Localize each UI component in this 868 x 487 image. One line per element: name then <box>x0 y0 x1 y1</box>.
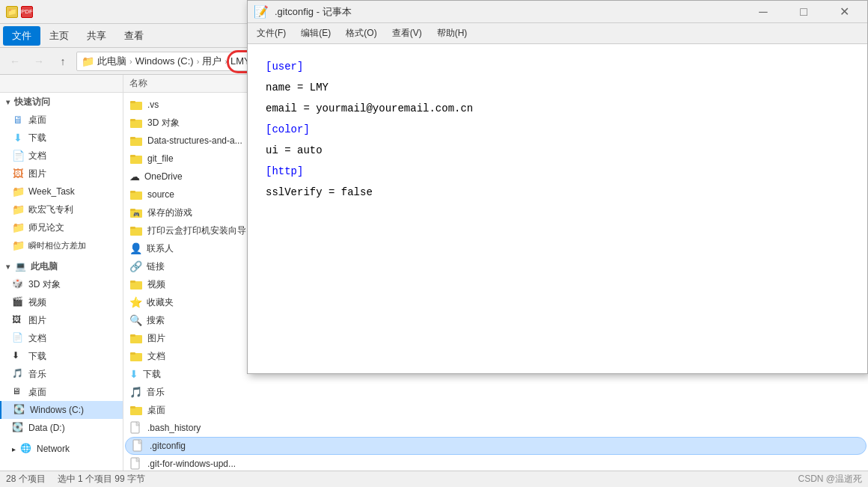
sidebar-item-desktop[interactable]: 🖥 桌面 <box>0 111 123 129</box>
list-item[interactable]: 桌面 <box>123 401 868 419</box>
sidebar-item-variance[interactable]: 📁 瞬时相位方差加 <box>0 236 123 254</box>
folder-icon <box>129 278 143 291</box>
sidebar: ▾ 快速访问 🖥 桌面 ⬇ 下载 📄 文档 🖼 图片 📁 Week_Task 📁… <box>0 93 123 471</box>
sidebar-item-weektask[interactable]: 📁 Week_Task <box>0 183 123 200</box>
notepad-close[interactable]: ✕ <box>827 0 861 24</box>
desktop-icon: 🖥 <box>12 114 24 126</box>
notepad-content-area: [user] name = LMY email = yourmail@youre… <box>248 44 867 373</box>
svg-rect-18 <box>130 334 135 337</box>
download-folder-icon: ⬇ <box>129 368 138 380</box>
svg-rect-16 <box>130 281 135 283</box>
sidebar-item-docs2[interactable]: 📄 文档 <box>0 329 123 347</box>
sidebar-quickaccess-header: ▾ 快速访问 <box>0 93 123 111</box>
notepad-ui-line: ui = auto <box>266 140 849 161</box>
folder-icon <box>129 224 143 237</box>
notepad-menu-help[interactable]: 帮助(H) <box>431 25 474 42</box>
notepad-menu-edit[interactable]: 编辑(E) <box>295 25 337 42</box>
folder-icon <box>129 188 143 201</box>
notepad-window-title: .gitconfig - 记事本 <box>275 5 740 19</box>
sidebar-item-music[interactable]: 🎵 音乐 <box>0 365 123 383</box>
notepad-menu-format[interactable]: 格式(O) <box>340 25 382 42</box>
notepad-color-section: [color] <box>266 119 849 140</box>
status-selected: 选中 1 个项目 99 字节 <box>58 473 145 486</box>
sidebar-item-download[interactable]: ⬇ 下载 <box>0 129 123 147</box>
menu-file[interactable]: 文件 <box>3 26 40 46</box>
sidebar-item-patent[interactable]: 📁 欧宏飞专利 <box>0 200 123 218</box>
documents-icon: 📄 <box>12 150 24 162</box>
svg-rect-9 <box>130 191 135 193</box>
sidebar-item-videos[interactable]: 🎬 视频 <box>0 293 123 311</box>
svg-rect-20 <box>130 352 135 355</box>
notepad-name-line: name = LMY <box>266 77 849 98</box>
sidebar-item-3dobjects[interactable]: 🎲 3D 对象 <box>0 275 123 293</box>
onedrive-icon: ☁ <box>129 171 140 183</box>
sidebar-item-pictures[interactable]: 🖼 图片 <box>0 165 123 183</box>
folder-icon4: 📁 <box>12 239 24 251</box>
col-header-name: 名称 <box>123 77 236 90</box>
menu-view[interactable]: 查看 <box>115 26 153 46</box>
up-button[interactable]: ↑ <box>52 51 73 72</box>
notepad-ssl-line: sslVerify = false <box>266 182 849 203</box>
section-http-label: [http] <box>266 165 303 177</box>
notepad-minimize[interactable]: ─ <box>746 0 780 24</box>
list-item[interactable]: 🎵 音乐 <box>123 383 868 401</box>
breadcrumb: 📁 此电脑 › Windows (C:) › 用户 › LMY <box>82 55 251 68</box>
list-item[interactable]: .git-for-windows-upd... <box>123 455 868 471</box>
breadcrumb-windowsc[interactable]: Windows (C:) <box>135 55 194 67</box>
desktop-icon2: 🖥 <box>12 386 24 398</box>
3d-icon: 🎲 <box>12 278 24 290</box>
drive-c-icon: 💽 <box>13 404 25 416</box>
file-icon <box>129 421 143 435</box>
notepad-menu-file[interactable]: 文件(F) <box>251 25 292 42</box>
app-icon-folder: 📁 <box>6 6 18 18</box>
section-user-label: [user] <box>266 61 303 73</box>
folder-icon <box>129 349 143 363</box>
svg-text:🎮: 🎮 <box>133 211 140 218</box>
menu-home[interactable]: 主页 <box>40 26 78 46</box>
sidebar-item-pictures2[interactable]: 🖼 图片 <box>0 311 123 329</box>
sidebar-item-datad[interactable]: 💽 Data (D:) <box>0 419 123 437</box>
drive-d-icon: 💽 <box>12 422 24 434</box>
notepad-menu-view[interactable]: 查看(V) <box>386 25 428 42</box>
menu-share[interactable]: 共享 <box>78 26 115 46</box>
download-icon: ⬇ <box>12 132 24 144</box>
status-count: 28 个项目 <box>6 473 46 486</box>
app-icon-pdf: PDF <box>21 6 33 18</box>
notepad-menu-bar: 文件(F) 编辑(E) 格式(O) 查看(V) 帮助(H) <box>248 23 867 44</box>
sidebar-item-windowsc[interactable]: 💽 Windows (C:) <box>0 401 123 419</box>
breadcrumb-sep1: › <box>129 57 132 66</box>
folder-icon2: 📁 <box>12 203 24 215</box>
folder-icon <box>129 134 143 147</box>
notepad-app-icon: 📝 <box>254 4 269 19</box>
main-content: ▾ 快速访问 🖥 桌面 ⬇ 下载 📄 文档 🖼 图片 📁 Week_Task 📁… <box>0 93 868 471</box>
sidebar-item-desktop2[interactable]: 🖥 桌面 <box>0 383 123 401</box>
list-item[interactable]: .bash_history <box>123 419 868 437</box>
folder-icon <box>129 152 143 165</box>
notepad-title-bar: 📝 .gitconfig - 记事本 ─ □ ✕ <box>248 1 867 23</box>
network-icon: 🌐 <box>20 443 32 455</box>
gitconfig-file-item[interactable]: .gitconfig <box>125 437 867 455</box>
sidebar-thispc-header: ▾ 💻 此电脑 <box>0 257 123 275</box>
sidebar-item-network[interactable]: ▸ 🌐 Network <box>0 440 123 458</box>
pc-icon: 💻 <box>14 260 26 272</box>
breadcrumb-thispc[interactable]: 此电脑 <box>97 55 126 68</box>
svg-rect-11 <box>130 209 135 211</box>
notepad-maximize[interactable]: □ <box>786 0 821 24</box>
folder-icon <box>129 331 143 345</box>
section-color-label: [color] <box>266 123 310 135</box>
breadcrumb-sep2: › <box>197 57 200 66</box>
sidebar-item-documents[interactable]: 📄 文档 <box>0 147 123 165</box>
file-icon <box>129 457 143 471</box>
back-button[interactable]: ← <box>4 51 25 72</box>
video-icon: 🎬 <box>12 296 24 308</box>
col-header-name-sidebar <box>0 75 123 92</box>
music-folder-icon: 🎵 <box>129 386 142 398</box>
svg-rect-7 <box>130 155 135 157</box>
file-icon <box>132 439 145 453</box>
forward-button[interactable]: → <box>28 51 49 72</box>
svg-rect-22 <box>130 406 135 408</box>
svg-rect-1 <box>130 101 135 103</box>
sidebar-item-download2[interactable]: ⬇ 下载 <box>0 347 123 365</box>
breadcrumb-users[interactable]: 用户 <box>202 55 221 68</box>
sidebar-item-thesis[interactable]: 📁 师兄论文 <box>0 218 123 236</box>
